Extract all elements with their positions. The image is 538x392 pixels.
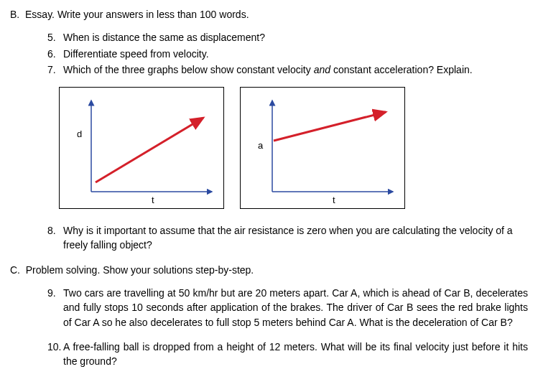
graphs-row: d t a t xyxy=(59,87,528,209)
question-7: 7. Which of the three graphs below show … xyxy=(47,62,528,77)
q7-before: Which of the three graphs below show con… xyxy=(63,64,314,75)
question-number: 9. xyxy=(47,286,63,330)
y-axis-label: d xyxy=(77,128,82,141)
question-list-c: 9. Two cars are travelling at 50 km/hr b… xyxy=(10,286,528,368)
question-text: Which of the three graphs below show con… xyxy=(63,62,528,77)
section-b-label: B. xyxy=(10,9,19,20)
question-list-b1: 5. When is distance the same as displace… xyxy=(10,30,528,77)
question-number: 8. xyxy=(47,223,63,253)
question-list-b2: 8. Why is it important to assume that th… xyxy=(10,223,528,253)
section-c-title: Problem solving. Show your solutions ste… xyxy=(26,264,254,276)
question-number: 7. xyxy=(47,62,63,77)
question-text: Differentiate speed from velocity. xyxy=(63,47,528,61)
question-8: 8. Why is it important to assume that th… xyxy=(47,223,528,253)
question-number: 6. xyxy=(47,47,63,61)
data-line xyxy=(274,112,386,141)
question-text: When is distance the same as displacemen… xyxy=(63,30,528,45)
question-5: 5. When is distance the same as displace… xyxy=(47,30,528,45)
section-c-label: C. xyxy=(10,264,20,276)
question-9: 9. Two cars are travelling at 50 km/hr b… xyxy=(47,286,528,330)
x-axis-label: t xyxy=(333,194,335,207)
section-c-header: C. Problem solving. Show your solutions … xyxy=(10,263,528,277)
question-text: Why is it important to assume that the a… xyxy=(63,223,528,253)
q7-em: and xyxy=(314,64,330,75)
question-10: 10. A free-falling ball is dropped from … xyxy=(47,340,528,369)
section-b-header: B. Essay. Write your answers in less tha… xyxy=(10,7,528,22)
graph-svg xyxy=(241,88,406,210)
q7-after: constant acceleration? Explain. xyxy=(330,64,473,75)
x-axis-label: t xyxy=(152,194,154,207)
graph-a-vs-t: a t xyxy=(240,87,405,209)
question-text: A free-falling ball is dropped from a he… xyxy=(63,340,528,369)
question-6: 6. Differentiate speed from velocity. xyxy=(47,47,528,61)
y-axis-label: a xyxy=(258,139,263,153)
graph-d-vs-t: d t xyxy=(59,87,224,209)
question-number: 10. xyxy=(47,340,63,369)
data-line xyxy=(96,118,203,182)
question-number: 5. xyxy=(47,30,63,45)
graph-svg xyxy=(60,88,225,210)
question-text: Two cars are travelling at 50 km/hr but … xyxy=(63,286,528,330)
section-b-title: Essay. Write your answers in less than 1… xyxy=(25,9,249,20)
